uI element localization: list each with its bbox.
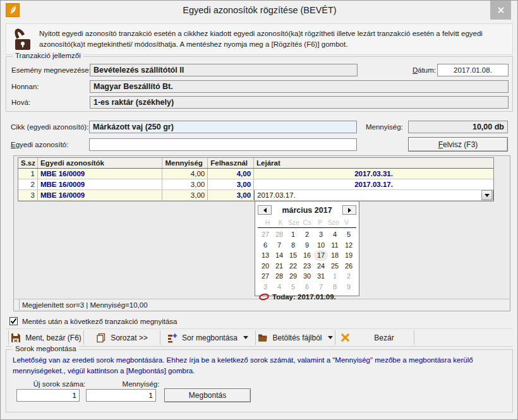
cell-used[interactable]: 3,00 bbox=[208, 190, 254, 200]
save-icon bbox=[11, 333, 21, 343]
save-close-button[interactable]: Ment, bezár (F6) bbox=[9, 329, 83, 346]
column-header[interactable]: Egyedi azonosítók bbox=[38, 158, 162, 168]
calendar-day[interactable]: 10 bbox=[314, 240, 328, 251]
folder-icon bbox=[258, 333, 268, 343]
today-label: Today: 2017.01.09. bbox=[272, 293, 336, 301]
cell-used[interactable]: 4,00 bbox=[208, 169, 254, 179]
calendar-day[interactable]: 9 bbox=[300, 240, 314, 251]
cell-serial-id[interactable]: MBE 16/0009 bbox=[38, 190, 162, 200]
calendar-day[interactable]: 4 bbox=[328, 229, 342, 240]
prev-month-button[interactable] bbox=[258, 205, 272, 215]
close-button[interactable]: Bezár bbox=[335, 329, 414, 346]
combo-dropdown-button[interactable] bbox=[481, 190, 492, 200]
calendar-day[interactable]: 30 bbox=[300, 271, 314, 282]
calendar-day[interactable]: 3 bbox=[258, 282, 272, 292]
calendar-day[interactable]: 26 bbox=[342, 261, 356, 272]
split-button[interactable]: Megbontás bbox=[164, 388, 251, 402]
cell-expiry[interactable]: 2017.03.17. bbox=[254, 179, 493, 189]
calendar-day[interactable]: 6 bbox=[300, 282, 314, 292]
arrow-left-icon bbox=[263, 208, 267, 213]
cell-serial-id[interactable]: MBE 16/0009 bbox=[38, 169, 162, 179]
column-header[interactable]: Mennyiség bbox=[162, 158, 208, 168]
calendar-day[interactable]: 29 bbox=[286, 271, 300, 282]
calendar-day[interactable]: 15 bbox=[286, 250, 300, 261]
cell-row-number[interactable]: 1 bbox=[18, 169, 38, 179]
event-label: Esemény megnevezése: bbox=[11, 64, 91, 76]
cell-serial-id[interactable]: MBE 16/0009 bbox=[38, 179, 162, 189]
open-next-transaction-option[interactable]: Mentés után a következő tranzakció megny… bbox=[9, 317, 177, 325]
cell-expiry[interactable]: 2017.03.17. bbox=[254, 190, 493, 200]
cell-quantity[interactable]: 3,00 bbox=[162, 179, 208, 189]
calendar-day[interactable]: 18 bbox=[328, 250, 342, 261]
checkbox[interactable] bbox=[9, 317, 18, 325]
calendar-day[interactable]: 7 bbox=[314, 282, 328, 292]
calendar-day[interactable]: 2 bbox=[342, 271, 356, 282]
calendar-day[interactable]: 19 bbox=[342, 250, 356, 261]
calendar-days: 2728123456789101112131415161718192021222… bbox=[255, 228, 359, 292]
quantity-field: 10,00 db bbox=[408, 121, 508, 133]
series-button[interactable]: Sorozat >> bbox=[84, 329, 160, 346]
calendar-day[interactable]: 28 bbox=[272, 229, 286, 240]
calendar-day[interactable]: 7 bbox=[272, 240, 286, 251]
calendar-day[interactable]: 25 bbox=[328, 261, 342, 272]
calendar-day[interactable]: 24 bbox=[314, 261, 328, 272]
date-field[interactable]: 2017.01.08. bbox=[437, 64, 509, 76]
calendar-day[interactable]: 5 bbox=[342, 229, 356, 240]
column-header[interactable]: Lejárat bbox=[254, 158, 493, 168]
cell-quantity[interactable]: 4,00 bbox=[162, 169, 208, 179]
table-row[interactable]: 2MBE 16/00093,003,002017.03.17. bbox=[18, 179, 493, 190]
calendar-day[interactable]: 23 bbox=[300, 261, 314, 272]
calendar-day[interactable]: 14 bbox=[272, 250, 286, 261]
add-serial-button[interactable]: Felvisz (F3) bbox=[408, 137, 508, 152]
split-row-button[interactable]: Sor megbontása bbox=[160, 329, 255, 346]
calendar-day[interactable]: 3 bbox=[314, 229, 328, 240]
table-row[interactable]: 1MBE 16/00094,004,002017.03.31. bbox=[18, 169, 493, 179]
calendar-day[interactable]: 28 bbox=[272, 271, 286, 282]
cell-used[interactable]: 3,00 bbox=[208, 179, 254, 189]
cell-expiry[interactable]: 2017.03.31. bbox=[254, 169, 493, 179]
calendar-weekdays: HKSzeCsPSzoV bbox=[258, 217, 356, 228]
calendar-day[interactable]: 1 bbox=[286, 229, 300, 240]
split-rows-groupbox: Sorok megbontása Lehetőség van az eredet… bbox=[6, 349, 513, 412]
calendar-day[interactable]: 8 bbox=[328, 282, 342, 292]
info-text: Nyitott egyedi azonosító tranzakció eset… bbox=[39, 28, 512, 51]
calendar-day[interactable]: 1 bbox=[328, 271, 342, 282]
cell-quantity[interactable]: 3,00 bbox=[162, 190, 208, 200]
calendar-day[interactable]: 8 bbox=[286, 240, 300, 251]
next-month-button[interactable] bbox=[342, 205, 356, 215]
calendar-day[interactable]: 12 bbox=[342, 240, 356, 251]
calendar-day[interactable]: 22 bbox=[286, 261, 300, 272]
split-qty-input[interactable] bbox=[86, 389, 156, 402]
column-header[interactable]: S.sz bbox=[18, 158, 38, 168]
calendar-day[interactable]: 27 bbox=[258, 271, 272, 282]
cell-row-number[interactable]: 2 bbox=[18, 179, 38, 189]
calendar-day[interactable]: 5 bbox=[286, 282, 300, 292]
calendar-day[interactable]: 4 bbox=[272, 282, 286, 292]
calendar-day[interactable]: 13 bbox=[258, 250, 272, 261]
today-circle-icon bbox=[258, 292, 270, 301]
transaction-groupbox: Tranzakció jellemzői Esemény megnevezése… bbox=[6, 56, 513, 112]
serial-input[interactable] bbox=[89, 138, 357, 151]
table-row[interactable]: 3MBE 16/00093,003,002017.03.17. bbox=[18, 190, 493, 201]
calendar-day[interactable]: 31 bbox=[314, 271, 328, 282]
dropdown-caret-icon bbox=[328, 336, 333, 339]
calendar-day[interactable]: 16 bbox=[300, 250, 314, 261]
expiry-editor-combobox[interactable]: 2017.03.17. bbox=[254, 190, 493, 200]
weekday-label: V bbox=[340, 219, 353, 226]
calendar-day[interactable]: 6 bbox=[258, 240, 272, 251]
cell-row-number[interactable]: 3 bbox=[18, 190, 38, 200]
load-from-file-button[interactable]: Betöltés fájlból bbox=[256, 329, 335, 346]
calendar-day[interactable]: 17 bbox=[314, 250, 328, 261]
close-window-button[interactable] bbox=[490, 1, 511, 20]
calendar-day[interactable]: 2 bbox=[300, 229, 314, 240]
calendar-day[interactable]: 21 bbox=[272, 261, 286, 272]
calendar-day[interactable]: 11 bbox=[328, 240, 342, 251]
calendar-today-row[interactable]: Today: 2017.01.09. bbox=[255, 292, 359, 302]
split-qty-label: Mennyiség: bbox=[121, 378, 161, 390]
new-rows-input[interactable] bbox=[16, 389, 80, 402]
copy-pages-icon bbox=[96, 333, 106, 343]
calendar-day[interactable]: 20 bbox=[258, 261, 272, 272]
column-header[interactable]: Felhasznál bbox=[208, 158, 254, 168]
calendar-day[interactable]: 9 bbox=[342, 282, 356, 292]
calendar-day[interactable]: 27 bbox=[258, 229, 272, 240]
